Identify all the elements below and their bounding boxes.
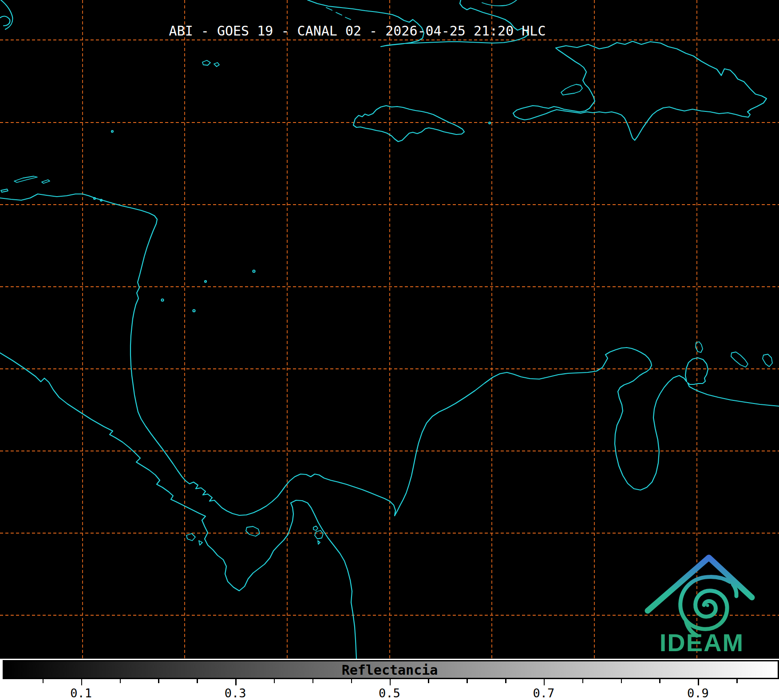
- colorbar-minor-tick: [659, 679, 660, 683]
- coastline-gonave-island: [561, 84, 582, 95]
- colorbar-strip: Reflectancia 0.10.30.50.70.9: [0, 659, 779, 700]
- colorbar-minor-tick: [312, 679, 314, 683]
- colorbar-minor-tick: [351, 679, 352, 683]
- colorbar-tick-label: 0.7: [533, 686, 555, 700]
- colorbar-minor-tick: [43, 679, 44, 683]
- ideam-logo: IDEAM: [648, 558, 752, 656]
- colorbar-minor-tick: [505, 679, 506, 683]
- coastline-cuba-cays: [326, 8, 351, 20]
- map-canvas: IDEAM: [0, 0, 779, 659]
- coastline-pacific-mainland: [0, 353, 356, 659]
- satellite-viewer: IDEAM ABI - GOES 19 - CANAL 02 - 2026-04…: [0, 0, 779, 700]
- coastline-bay-islands: [1, 176, 50, 192]
- small-island-dots: [94, 122, 490, 312]
- coastline-cuba-west-fragment: [0, 0, 12, 29]
- coastline-bahamas-fragment: [482, 0, 517, 6]
- colorbar-minor-tick: [197, 679, 198, 683]
- colorbar-minor-tick: [428, 679, 429, 683]
- coastline-chiriqui-islets: [186, 534, 202, 545]
- colorbar-major-tick: [544, 679, 545, 685]
- coastline-bonaire: [763, 354, 772, 367]
- colorbar-minor-tick: [120, 679, 121, 683]
- colorbar-minor-tick: [582, 679, 584, 683]
- satellite-map-area: IDEAM ABI - GOES 19 - CANAL 02 - 2026-04…: [0, 0, 779, 659]
- colorbar-major-tick: [81, 679, 83, 685]
- colorbar-tick-label: 0.9: [687, 686, 709, 700]
- ideam-spiral-eye: [706, 604, 709, 607]
- colorbar-tick-label: 0.5: [379, 686, 400, 700]
- coastline-jamaica: [353, 106, 464, 142]
- coastline-curacao: [731, 352, 748, 367]
- colorbar-minor-tick: [467, 679, 468, 683]
- colorbar-major-tick: [698, 679, 699, 685]
- colorbar-major-tick: [390, 679, 391, 685]
- ideam-mountain-icon: [648, 558, 752, 611]
- colorbar-minor-tick: [274, 679, 275, 683]
- colorbar-minor-tick: [736, 679, 738, 683]
- image-title: ABI - GOES 19 - CANAL 02 - 2026-04-25 21…: [169, 23, 546, 39]
- colorbar-minor-tick: [158, 679, 159, 683]
- colorbar-minor-tick: [621, 679, 622, 683]
- colorbar-major-tick: [235, 679, 237, 685]
- coastline-cayman-islands: [202, 60, 219, 67]
- coastline-hispaniola: [513, 41, 767, 140]
- graticule-gridlines: [0, 0, 779, 659]
- coastline-coiba-island: [246, 526, 260, 536]
- ideam-wordmark: IDEAM: [660, 629, 744, 656]
- colorbar-title: Reflectancia: [342, 662, 438, 678]
- colorbar-tick-label: 0.1: [70, 686, 92, 700]
- colorbar-tick-label: 0.3: [225, 686, 246, 700]
